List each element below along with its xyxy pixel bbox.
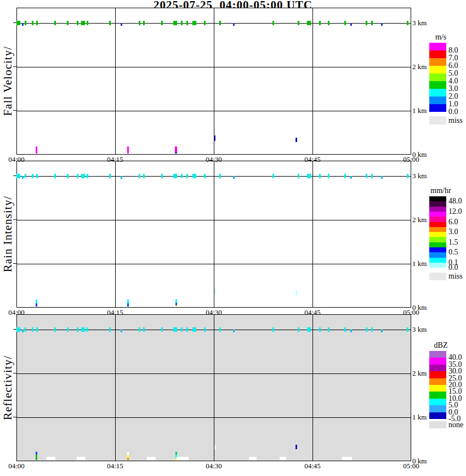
data-mark [36,299,37,307]
data-mark-segment [295,138,297,142]
data-mark-alt [22,23,24,26]
data-mark [25,327,26,332]
data-mark-alt [350,330,352,332]
legend-band [429,237,446,242]
legend-band [429,97,446,104]
gridline-vertical [214,8,214,154]
data-mark-segment [175,152,177,154]
data-mark [219,327,221,332]
data-mark-segment [214,445,215,450]
y-axis-km-label: 3 km [412,19,437,27]
data-mark [298,21,299,25]
data-mark [272,174,274,178]
data-mark-segment [175,146,177,152]
data-mark [371,174,373,178]
data-mark [109,21,111,25]
data-mark [81,327,85,332]
data-mark-alt [233,23,235,26]
x-axis-tick-label: 04:45 [295,155,330,164]
data-mark [127,146,129,154]
data-mark-segment [47,457,55,460]
data-mark [32,174,33,178]
legend-band [429,258,446,263]
data-mark [407,327,408,332]
data-mark [328,327,329,332]
legend-band-label: 0.0 [448,263,466,272]
data-mark [342,457,352,460]
legend-band [429,378,446,385]
data-mark [344,174,346,178]
legend-band [429,217,446,222]
data-mark [295,445,297,449]
data-mark [127,299,129,307]
gridline-horizontal [17,417,411,418]
gridline-horizontal [17,264,411,264]
legend-band [429,207,446,212]
legend-band [429,104,446,112]
data-mark [147,457,156,460]
data-mark [186,174,188,178]
data-mark-segment [342,457,352,460]
x-axis-tick-label: 04:15 [98,462,133,471]
data-mark [36,174,38,178]
legend-band [429,201,446,207]
data-mark [109,174,111,178]
data-mark-segment [177,457,189,460]
y-axis-km-label: 3 km [412,172,437,180]
legend-miss-label: miss [448,116,466,125]
data-mark [280,457,286,460]
gridline-horizontal [17,373,411,374]
data-mark [16,21,20,25]
gridline-vertical [115,8,116,154]
gridline-horizontal [17,111,411,111]
data-mark [204,174,206,178]
data-mark [81,174,85,178]
data-mark [204,327,206,332]
data-mark [173,327,177,332]
legend-band-label: 3.0 [448,228,466,236]
data-mark [77,21,78,25]
data-mark [54,174,56,178]
data-mark-segment [214,288,215,294]
data-mark [366,174,367,178]
legend-title-mmhr: mm/hr [427,186,455,195]
legend-title-dbz: dBZ [427,341,455,350]
data-mark [143,174,145,178]
data-mark [319,21,321,25]
y-axis-tick [13,373,16,373]
data-mark-segment [77,457,86,460]
legend-band [429,43,446,50]
data-mark [67,174,69,178]
gridline-vertical [312,161,313,307]
data-mark-alt [121,176,122,179]
data-mark-alt [350,23,352,26]
data-mark [139,21,140,25]
legend-miss-swatch [429,116,446,124]
panel-rain-intensity [16,161,411,308]
gridline-horizontal [17,220,411,220]
data-mark [77,327,78,332]
legend-band [429,365,446,371]
data-mark [272,21,274,25]
data-mark [161,327,163,332]
data-mark [192,21,196,25]
legend-band [429,392,446,399]
data-mark [16,174,20,178]
data-mark-segment [249,457,257,460]
gridline-vertical [312,8,313,154]
data-mark [127,452,129,460]
data-mark-alt [350,176,352,179]
y-axis-label-text: Fall Velocity/ [1,46,15,116]
y-axis-tick [13,417,16,417]
legend-band-label: 1.5 [448,238,466,247]
legend-band-label: 0.5 [448,248,466,257]
data-mark [214,288,215,294]
data-mark [192,327,196,332]
legend-band [429,405,446,412]
data-mark-segment [147,457,156,460]
data-mark-alt [22,330,24,332]
gridline-vertical [312,315,313,461]
legend-band [429,252,446,258]
data-mark [307,327,311,332]
y-axis-tick [13,219,16,220]
